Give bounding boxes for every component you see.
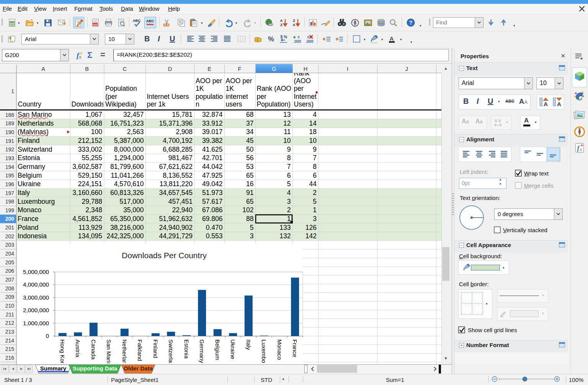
svg-text:J: J xyxy=(405,66,408,72)
svg-text:10: 10 xyxy=(309,137,317,144)
svg-text:215: 215 xyxy=(5,346,15,352)
svg-text:Italy: Italy xyxy=(18,189,30,197)
svg-text:53: 53 xyxy=(246,163,253,170)
svg-text:6: 6 xyxy=(313,172,317,179)
svg-text:44.042: 44.042 xyxy=(202,163,223,170)
svg-text:x: x xyxy=(78,54,82,60)
svg-text:51,962,632: 51,962,632 xyxy=(159,215,193,223)
svg-text:.000: .000 xyxy=(293,39,301,44)
svg-text:60,813,326: 60,813,326 xyxy=(110,189,144,197)
svg-text:Netherlands: Netherlands xyxy=(18,120,54,127)
svg-text:44,291,729: 44,291,729 xyxy=(159,232,193,240)
svg-text:Monaco: Monaco xyxy=(18,206,41,214)
svg-text:100: 100 xyxy=(91,128,102,136)
svg-text:51.973: 51.973 xyxy=(202,189,223,197)
svg-text:(Malvinas): (Malvinas) xyxy=(18,128,49,136)
svg-text:1: 1 xyxy=(11,88,14,94)
svg-text:3,602,587: 3,602,587 xyxy=(72,163,102,170)
svg-text:internet: internet xyxy=(226,93,248,100)
svg-text:15,781: 15,781 xyxy=(172,111,193,118)
svg-text:211: 211 xyxy=(6,311,15,318)
svg-text:65,350,000: 65,350,000 xyxy=(110,215,144,223)
svg-text:2,908: 2,908 xyxy=(176,128,193,136)
svg-text:213: 213 xyxy=(5,329,15,335)
svg-text:A: A xyxy=(544,101,548,107)
svg-text:4: 4 xyxy=(287,189,291,197)
svg-text:212: 212 xyxy=(5,320,15,326)
svg-text:Germany: Germany xyxy=(18,163,45,170)
svg-text:194: 194 xyxy=(5,164,15,170)
svg-text:29,788: 29,788 xyxy=(82,198,102,205)
svg-text:Ukraine: Ukraine xyxy=(230,339,236,359)
svg-text:1,294,000: 1,294,000 xyxy=(114,154,144,162)
svg-text:3,160,660: 3,160,660 xyxy=(72,189,102,197)
svg-text:Population): Population) xyxy=(257,100,291,108)
svg-text:57.617: 57.617 xyxy=(202,198,223,205)
svg-text:7: 7 xyxy=(287,163,291,170)
svg-text:A: A xyxy=(390,35,394,42)
svg-text:33.912: 33.912 xyxy=(202,120,223,127)
svg-text:65: 65 xyxy=(246,172,253,179)
svg-text:142: 142 xyxy=(305,232,317,240)
svg-text:users: users xyxy=(226,100,242,108)
svg-text:35,000: 35,000 xyxy=(123,206,144,214)
svg-text:16: 16 xyxy=(246,180,253,188)
svg-text:(AOO: (AOO xyxy=(294,77,311,85)
svg-text:197: 197 xyxy=(5,190,15,196)
svg-text:216: 216 xyxy=(5,355,15,361)
svg-text:4,700,192: 4,700,192 xyxy=(163,137,193,144)
svg-text:8: 8 xyxy=(287,154,291,162)
svg-text:134,095: 134,095 xyxy=(78,232,102,240)
svg-text:8,000,000: 8,000,000 xyxy=(114,146,144,153)
svg-text:14: 14 xyxy=(309,120,317,127)
svg-text:47.925: 47.925 xyxy=(202,172,223,179)
svg-text:11,041,266: 11,041,266 xyxy=(111,172,144,179)
svg-text:5,000,000: 5,000,000 xyxy=(23,269,49,275)
svg-text:8,136,552: 8,136,552 xyxy=(163,172,193,179)
svg-text:Falkland Islands: Falkland Islands xyxy=(137,339,143,364)
svg-text:202: 202 xyxy=(5,233,15,239)
svg-text:333,002: 333,002 xyxy=(78,146,102,153)
svg-text:200: 200 xyxy=(5,216,15,222)
svg-text:Estonia: Estonia xyxy=(183,339,190,359)
svg-text:Switzerland: Switzerland xyxy=(168,339,174,364)
svg-text:193: 193 xyxy=(5,155,15,161)
svg-text:Germany: Germany xyxy=(199,339,205,363)
svg-text:91: 91 xyxy=(246,189,253,197)
svg-text:102: 102 xyxy=(242,206,253,214)
svg-text:24,940,902: 24,940,902 xyxy=(159,224,193,231)
svg-text:A: A xyxy=(557,101,561,107)
svg-text:6: 6 xyxy=(287,172,291,179)
svg-text:5,387,000: 5,387,000 xyxy=(114,137,144,144)
svg-text:13: 13 xyxy=(283,111,291,118)
svg-text:AOO per: AOO per xyxy=(196,77,222,85)
svg-text:37: 37 xyxy=(246,120,253,127)
svg-text:9: 9 xyxy=(313,146,317,153)
svg-text:H: H xyxy=(304,66,307,72)
svg-text:10: 10 xyxy=(283,137,291,144)
svg-text:France: France xyxy=(18,215,38,223)
svg-text:B: B xyxy=(85,66,89,72)
svg-text:Wikipedia): Wikipedia) xyxy=(105,100,137,108)
svg-text:22,940: 22,940 xyxy=(172,206,193,214)
svg-text:204: 204 xyxy=(5,251,15,257)
svg-text:Summary: Summary xyxy=(40,365,67,372)
svg-text:68: 68 xyxy=(246,111,253,118)
svg-text:34,657,545: 34,657,545 xyxy=(159,189,193,197)
svg-text:32,457: 32,457 xyxy=(123,111,144,118)
svg-text:39.382: 39.382 xyxy=(202,137,223,144)
svg-text:3: 3 xyxy=(250,232,254,240)
svg-text:113,929: 113,929 xyxy=(78,224,102,231)
svg-text:Finland: Finland xyxy=(18,137,39,144)
svg-text:France: France xyxy=(292,339,298,357)
svg-text:56: 56 xyxy=(246,154,253,162)
svg-text:981,467: 981,467 xyxy=(168,154,193,162)
svg-text:11: 11 xyxy=(284,128,291,136)
svg-text:per: per xyxy=(257,93,266,100)
svg-text:Hong Kong: Hong Kong xyxy=(59,339,66,364)
svg-text:Downloads: Downloads xyxy=(72,100,105,108)
svg-text:49.042: 49.042 xyxy=(202,180,223,188)
svg-text:2,348: 2,348 xyxy=(85,206,102,214)
svg-text:205: 205 xyxy=(5,259,15,265)
svg-text:per 1k: per 1k xyxy=(147,100,166,108)
